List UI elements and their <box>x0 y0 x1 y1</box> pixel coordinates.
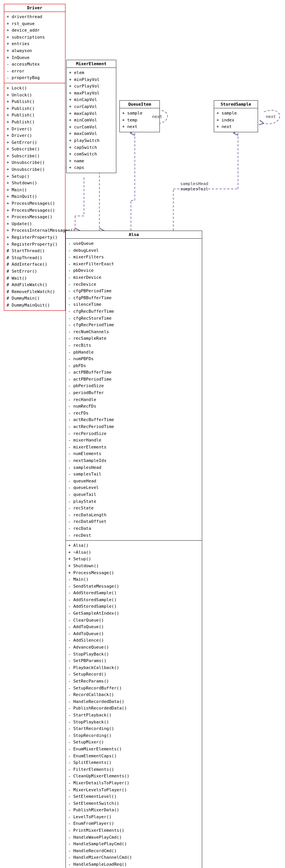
driver-box: Driver + driverthread + rst_queue + devi… <box>4 4 65 311</box>
alsa-box: Alsa - useQueue - debugLevel - mixerFilt… <box>65 231 202 868</box>
queue-item-title: QueueItem <box>120 101 159 108</box>
stored-sample-box: StoredSample + sample + index + next <box>214 100 258 132</box>
mixer-element-title: MixerElement <box>67 60 116 68</box>
stored-sample-next-label: next <box>266 114 276 119</box>
driver-fields: + driverthread + rst_queue + device_addr… <box>4 12 65 83</box>
driver-methods: + Lock() + Unlock() + Publish() + Publis… <box>4 83 65 310</box>
samples-head-label: samplesHead <box>180 181 208 186</box>
queue-item-fields: + sample + temp + next <box>120 108 159 132</box>
alsa-methods: + Alsa() + ~Alsa() + Setup() + Shutdown(… <box>66 540 202 868</box>
alsa-title: Alsa <box>66 231 202 239</box>
queue-item-next-label: next <box>152 114 163 119</box>
mixer-element-fields: + elem + minPlayVol + curPlayVol + maxPl… <box>67 68 116 173</box>
samples-tail-label: samplesTail <box>180 187 208 192</box>
mixer-element-box: MixerElement + elem + minPlayVol + curPl… <box>66 60 116 173</box>
stored-sample-fields: + sample + index + next <box>214 108 258 132</box>
alsa-fields: - useQueue - debugLevel - mixerFilters -… <box>66 239 202 540</box>
diagram-container: Driver + driverthread + rst_queue + devi… <box>0 0 285 868</box>
stored-sample-title: StoredSample <box>214 101 258 108</box>
driver-title: Driver <box>4 4 65 12</box>
